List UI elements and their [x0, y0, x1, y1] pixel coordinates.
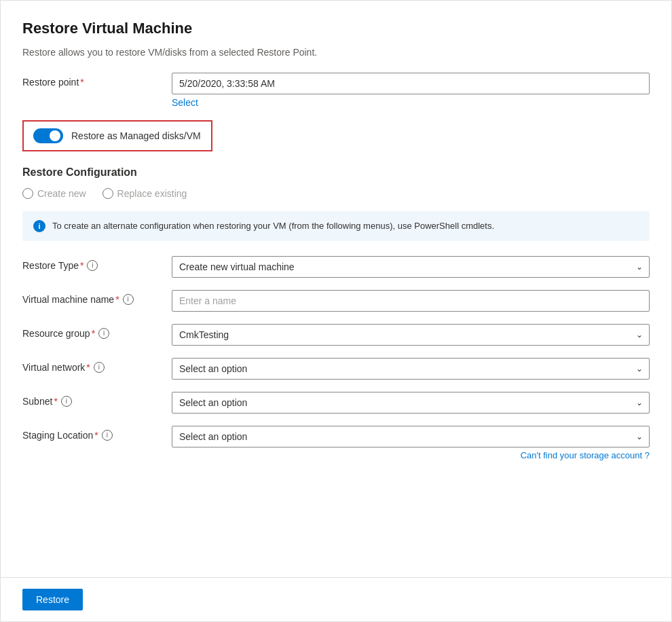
radio-create-new[interactable]: Create new	[22, 188, 86, 199]
subnet-row: Subnet * i Select an option ⌄	[22, 392, 650, 414]
info-icon: i	[33, 220, 45, 232]
virtual-network-required: *	[86, 362, 90, 373]
resource-group-info-icon[interactable]: i	[98, 328, 109, 339]
vm-name-required: *	[115, 294, 119, 305]
staging-location-info-icon[interactable]: i	[102, 430, 113, 441]
restore-point-label: Restore point *	[22, 73, 172, 88]
restore-point-row: Restore point * Select	[22, 73, 650, 108]
staging-location-select[interactable]: Select an option	[172, 426, 650, 447]
vm-name-control	[172, 290, 650, 312]
radio-replace-existing-label: Replace existing	[117, 188, 187, 199]
main-content: Restore Virtual Machine Restore allows y…	[1, 1, 671, 577]
page-title: Restore Virtual Machine	[22, 20, 650, 37]
restore-point-input[interactable]	[172, 73, 650, 94]
staging-location-control: Select an option ⌄ Can't find your stora…	[172, 426, 650, 460]
resource-group-select[interactable]: CmkTesting	[172, 324, 650, 346]
toggle-slider	[33, 128, 63, 143]
restore-type-control: Create new virtual machine Restore disks…	[172, 256, 650, 278]
restore-point-control: Select	[172, 73, 650, 108]
page-subtitle: Restore allows you to restore VM/disks f…	[22, 47, 650, 58]
subnet-required: *	[54, 396, 57, 407]
radio-group: Create new Replace existing	[22, 188, 650, 199]
toggle-label: Restore as Managed disks/VM	[71, 130, 201, 141]
staging-location-label: Staging Location * i	[22, 426, 172, 441]
vm-name-row: Virtual machine name * i	[22, 290, 650, 312]
virtual-network-select[interactable]: Select an option	[172, 358, 650, 380]
restore-point-select-link[interactable]: Select	[172, 97, 198, 108]
footer: Restore	[1, 577, 671, 621]
virtual-network-info-icon[interactable]: i	[94, 362, 105, 373]
info-banner-text: To create an alternate configuration whe…	[52, 219, 494, 233]
subnet-control: Select an option ⌄	[172, 392, 650, 414]
info-banner: i To create an alternate configuration w…	[22, 211, 650, 241]
radio-create-new-label: Create new	[37, 188, 86, 199]
resource-group-row: Resource group * i CmkTesting ⌄	[22, 324, 650, 346]
cant-find-storage-link[interactable]: Can't find your storage account ?	[172, 450, 650, 460]
page-container: Restore Virtual Machine Restore allows y…	[0, 0, 672, 622]
managed-disk-toggle[interactable]	[33, 128, 63, 143]
virtual-network-label: Virtual network * i	[22, 358, 172, 373]
restore-type-required: *	[80, 260, 83, 271]
restore-type-row: Restore Type * i Create new virtual mach…	[22, 256, 650, 278]
vm-name-info-icon[interactable]: i	[123, 294, 134, 305]
resource-group-required: *	[92, 328, 95, 339]
staging-location-row: Staging Location * i Select an option ⌄ …	[22, 426, 650, 460]
virtual-network-control: Select an option ⌄	[172, 358, 650, 380]
resource-group-control: CmkTesting ⌄	[172, 324, 650, 346]
subnet-label: Subnet * i	[22, 392, 172, 407]
vm-name-input[interactable]	[172, 290, 650, 312]
toggle-row: Restore as Managed disks/VM	[22, 120, 212, 151]
resource-group-label: Resource group * i	[22, 324, 172, 339]
vm-name-label: Virtual machine name * i	[22, 290, 172, 305]
restore-type-info-icon[interactable]: i	[87, 260, 98, 271]
restore-point-required: *	[80, 77, 83, 88]
restore-type-label: Restore Type * i	[22, 256, 172, 271]
restore-config-header: Restore Configuration	[22, 166, 650, 179]
restore-type-select[interactable]: Create new virtual machine Restore disks	[172, 256, 650, 278]
restore-button[interactable]: Restore	[22, 589, 83, 610]
subnet-select[interactable]: Select an option	[172, 392, 650, 414]
radio-replace-existing[interactable]: Replace existing	[102, 188, 187, 199]
staging-location-select-wrap: Select an option ⌄	[172, 426, 650, 447]
subnet-info-icon[interactable]: i	[61, 396, 72, 407]
staging-location-required: *	[94, 430, 98, 441]
virtual-network-row: Virtual network * i Select an option ⌄	[22, 358, 650, 380]
